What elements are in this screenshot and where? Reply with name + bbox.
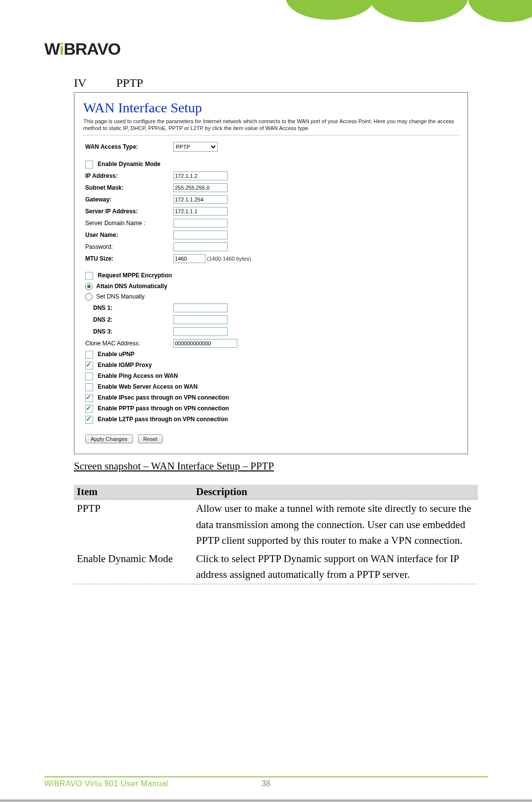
table-header-item: Item <box>74 485 193 500</box>
enable-webserver-checkbox[interactable] <box>85 383 93 391</box>
mtu-note: (1400-1460 bytes) <box>207 256 251 262</box>
user-name-input[interactable] <box>173 231 228 239</box>
gateway-label: Gateway: <box>83 194 171 205</box>
mtu-input[interactable] <box>173 254 205 263</box>
section-name: PPTP <box>116 76 143 89</box>
enable-l2tp-label: Enable L2TP pass through on VPN connecti… <box>98 416 228 423</box>
wan-description: This page is used to configure the param… <box>83 118 459 132</box>
dns2-input[interactable] <box>173 315 228 324</box>
attain-dns-radio[interactable] <box>85 283 93 290</box>
dns1-label: DNS 1: <box>83 302 171 314</box>
wan-heading: WAN Interface Setup <box>83 100 459 116</box>
password-label: Password: <box>83 241 171 253</box>
logo-part-w: W <box>44 39 60 58</box>
gateway-input[interactable] <box>173 195 228 204</box>
enable-upnp-label: Enable uPNP <box>98 351 134 358</box>
server-ip-label: Server IP Address: <box>83 205 171 217</box>
subnet-mask-label: Subnet Mask: <box>83 182 171 194</box>
attain-dns-label: Attain DNS Automatically <box>96 283 167 290</box>
enable-pptp-checkbox[interactable] <box>85 405 93 413</box>
enable-igmp-label: Enable IGMP Proxy <box>98 362 152 368</box>
wan-access-type-label: WAN Access Type: <box>83 140 171 153</box>
brand-logo: WiBRAVO <box>44 39 121 59</box>
screenshot-caption: Screen snapshot – WAN Interface Setup – … <box>74 460 473 472</box>
table-row-item: Enable Dynamic Mode <box>74 550 193 584</box>
enable-upnp-checkbox[interactable] <box>85 351 93 359</box>
ip-address-input[interactable] <box>173 171 228 180</box>
dns3-label: DNS 3: <box>83 326 171 337</box>
table-header-description: Description <box>193 485 478 500</box>
dns1-input[interactable] <box>173 303 228 312</box>
section-numeral: IV <box>74 76 113 90</box>
enable-dynamic-mode-label: Enable Dynamic Mode <box>98 161 160 167</box>
table-row-item: PPTP <box>74 500 193 550</box>
page-footer: WiBRAVO Virtu 901 User Manual 38 <box>44 776 488 788</box>
apply-changes-button[interactable]: Apply Changes <box>85 434 133 443</box>
ip-address-label: IP Address: <box>83 170 171 182</box>
dns3-input[interactable] <box>173 327 228 336</box>
request-mppe-label: Request MPPE Encryption <box>98 272 172 279</box>
set-dns-label: Set DNS Manually <box>96 293 144 300</box>
server-ip-input[interactable] <box>173 207 228 216</box>
mtu-label: MTU Size: <box>83 253 171 265</box>
clone-mac-input[interactable] <box>173 339 237 348</box>
server-domain-label: Server Domain Name : <box>83 217 171 229</box>
password-input[interactable] <box>173 242 228 251</box>
request-mppe-checkbox[interactable] <box>85 272 93 280</box>
wan-setup-screenshot: WAN Interface Setup This page is used to… <box>74 92 468 454</box>
enable-ping-checkbox[interactable] <box>85 372 93 380</box>
dns2-label: DNS 2: <box>83 314 171 326</box>
enable-l2tp-checkbox[interactable] <box>85 416 93 424</box>
server-domain-input[interactable] <box>173 219 228 228</box>
bottom-bar <box>0 800 532 802</box>
divider <box>83 135 459 135</box>
user-name-label: User Name: <box>83 229 171 241</box>
enable-dynamic-mode-checkbox[interactable] <box>85 161 93 168</box>
enable-pptp-label: Enable PPTP pass through on VPN connecti… <box>98 405 229 412</box>
enable-igmp-checkbox[interactable] <box>85 362 93 369</box>
header-decoration <box>261 0 532 30</box>
reset-button[interactable]: Reset <box>138 434 163 443</box>
enable-ipsec-checkbox[interactable] <box>85 394 93 402</box>
set-dns-radio[interactable] <box>85 293 93 301</box>
table-row-description: Allow user to make a tunnel with remote … <box>193 500 478 550</box>
description-table: Item Description PPTP Allow user to make… <box>74 485 478 584</box>
logo-part-i: i <box>60 39 64 58</box>
logo-part-rest: BRAVO <box>64 39 120 58</box>
enable-webserver-label: Enable Web Server Access on WAN <box>98 383 198 390</box>
clone-mac-label: Clone MAC Address: <box>83 337 171 349</box>
subnet-mask-input[interactable] <box>173 183 228 192</box>
wan-access-type-select[interactable]: PPTP <box>173 142 218 152</box>
enable-ping-label: Enable Ping Access on WAN <box>98 372 178 379</box>
enable-ipsec-label: Enable IPsec pass through on VPN connect… <box>98 394 229 401</box>
section-title: IV PPTP <box>74 76 473 90</box>
footer-manual-title: WiBRAVO Virtu 901 User Manual <box>44 779 168 788</box>
table-row-description: Click to select PPTP Dynamic support on … <box>193 550 478 584</box>
